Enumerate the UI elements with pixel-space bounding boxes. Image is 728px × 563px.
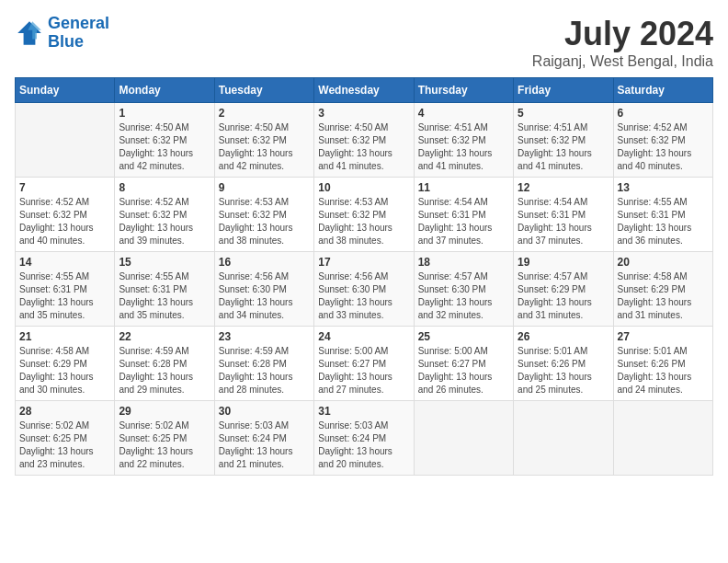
day-info: Sunrise: 5:02 AMSunset: 6:25 PMDaylight:… [19,419,110,471]
day-number: 28 [19,405,110,418]
calendar-cell: 3Sunrise: 4:50 AMSunset: 6:32 PMDaylight… [314,103,414,178]
day-info: Sunrise: 5:01 AMSunset: 6:26 PMDaylight:… [518,345,609,396]
calendar-cell: 12Sunrise: 4:54 AMSunset: 6:31 PMDayligh… [514,178,613,252]
weekday-header-monday: Monday [115,78,214,103]
calendar-cell: 28Sunrise: 5:02 AMSunset: 6:25 PMDayligh… [16,401,115,476]
calendar-week-row: 14Sunrise: 4:55 AMSunset: 6:31 PMDayligh… [16,252,713,327]
day-number: 31 [318,405,409,418]
day-info: Sunrise: 4:56 AMSunset: 6:30 PMDaylight:… [318,270,409,322]
day-info: Sunrise: 4:50 AMSunset: 6:32 PMDaylight:… [219,121,310,173]
calendar-cell: 9Sunrise: 4:53 AMSunset: 6:32 PMDaylight… [214,178,313,252]
day-info: Sunrise: 4:53 AMSunset: 6:32 PMDaylight:… [219,196,310,247]
title-block: July 2024 Raiganj, West Bengal, India [532,15,713,70]
day-info: Sunrise: 4:50 AMSunset: 6:32 PMDaylight:… [318,121,409,173]
day-number: 7 [19,181,110,194]
day-info: Sunrise: 4:52 AMSunset: 6:32 PMDaylight:… [119,196,210,247]
day-number: 18 [418,256,509,269]
day-info: Sunrise: 4:59 AMSunset: 6:28 PMDaylight:… [219,345,310,396]
day-number: 11 [418,181,509,194]
day-number: 5 [518,107,609,120]
calendar-cell: 6Sunrise: 4:52 AMSunset: 6:32 PMDaylight… [613,103,712,178]
day-number: 29 [119,405,210,418]
day-info: Sunrise: 4:52 AMSunset: 6:32 PMDaylight:… [19,196,110,247]
weekday-header-wednesday: Wednesday [314,78,414,103]
calendar-cell: 22Sunrise: 4:59 AMSunset: 6:28 PMDayligh… [115,327,214,401]
day-number: 13 [618,181,709,194]
day-info: Sunrise: 4:58 AMSunset: 6:29 PMDaylight:… [19,345,110,396]
calendar-cell: 5Sunrise: 4:51 AMSunset: 6:32 PMDaylight… [514,103,613,178]
logo-line1: General [48,14,109,32]
calendar-cell: 8Sunrise: 4:52 AMSunset: 6:32 PMDaylight… [115,178,214,252]
day-number: 23 [219,330,310,343]
logo-text: General Blue [48,15,109,52]
day-info: Sunrise: 4:50 AMSunset: 6:32 PMDaylight:… [119,121,210,173]
day-number: 16 [219,256,310,269]
day-number: 24 [318,330,409,343]
calendar-cell: 14Sunrise: 4:55 AMSunset: 6:31 PMDayligh… [16,252,115,327]
day-info: Sunrise: 4:58 AMSunset: 6:29 PMDaylight:… [618,270,709,322]
day-info: Sunrise: 4:55 AMSunset: 6:31 PMDaylight:… [19,270,110,322]
day-info: Sunrise: 4:52 AMSunset: 6:32 PMDaylight:… [618,121,709,173]
weekday-header-tuesday: Tuesday [214,78,313,103]
calendar-cell: 1Sunrise: 4:50 AMSunset: 6:32 PMDaylight… [115,103,214,178]
calendar-cell: 29Sunrise: 5:02 AMSunset: 6:25 PMDayligh… [115,401,214,476]
day-number: 26 [518,330,609,343]
calendar-cell: 10Sunrise: 4:53 AMSunset: 6:32 PMDayligh… [314,178,414,252]
day-number: 2 [219,107,310,120]
day-number: 19 [518,256,609,269]
day-number: 25 [418,330,509,343]
day-info: Sunrise: 5:02 AMSunset: 6:25 PMDaylight:… [119,419,210,471]
calendar-cell: 26Sunrise: 5:01 AMSunset: 6:26 PMDayligh… [514,327,613,401]
calendar-table: SundayMondayTuesdayWednesdayThursdayFrid… [15,77,713,476]
day-info: Sunrise: 5:03 AMSunset: 6:24 PMDaylight:… [219,419,310,471]
day-number: 4 [418,107,509,120]
day-info: Sunrise: 5:00 AMSunset: 6:27 PMDaylight:… [418,345,509,396]
day-number: 9 [219,181,310,194]
day-info: Sunrise: 4:54 AMSunset: 6:31 PMDaylight:… [518,196,609,247]
day-info: Sunrise: 4:51 AMSunset: 6:32 PMDaylight:… [418,121,509,173]
day-info: Sunrise: 5:03 AMSunset: 6:24 PMDaylight:… [318,419,409,471]
calendar-cell: 16Sunrise: 4:56 AMSunset: 6:30 PMDayligh… [214,252,313,327]
day-number: 17 [318,256,409,269]
calendar-cell: 20Sunrise: 4:58 AMSunset: 6:29 PMDayligh… [613,252,712,327]
logo-line2: Blue [48,32,84,51]
calendar-cell: 18Sunrise: 4:57 AMSunset: 6:30 PMDayligh… [414,252,513,327]
day-info: Sunrise: 4:55 AMSunset: 6:31 PMDaylight:… [119,270,210,322]
calendar-cell: 19Sunrise: 4:57 AMSunset: 6:29 PMDayligh… [514,252,613,327]
weekday-header-row: SundayMondayTuesdayWednesdayThursdayFrid… [16,78,713,103]
svg-marker-0 [17,21,41,45]
logo-icon [15,18,44,48]
day-number: 12 [518,181,609,194]
calendar-cell [613,401,712,476]
day-number: 15 [119,256,210,269]
calendar-cell: 15Sunrise: 4:55 AMSunset: 6:31 PMDayligh… [115,252,214,327]
calendar-week-row: 1Sunrise: 4:50 AMSunset: 6:32 PMDaylight… [16,103,713,178]
day-info: Sunrise: 5:00 AMSunset: 6:27 PMDaylight:… [318,345,409,396]
month-title: July 2024 [532,15,713,53]
calendar-cell: 24Sunrise: 5:00 AMSunset: 6:27 PMDayligh… [314,327,414,401]
day-number: 1 [119,107,210,120]
day-number: 10 [318,181,409,194]
day-info: Sunrise: 4:54 AMSunset: 6:31 PMDaylight:… [418,196,509,247]
day-info: Sunrise: 4:53 AMSunset: 6:32 PMDaylight:… [318,196,409,247]
calendar-cell: 13Sunrise: 4:55 AMSunset: 6:31 PMDayligh… [613,178,712,252]
calendar-cell: 17Sunrise: 4:56 AMSunset: 6:30 PMDayligh… [314,252,414,327]
logo: General Blue [15,15,109,52]
calendar-cell: 30Sunrise: 5:03 AMSunset: 6:24 PMDayligh… [214,401,313,476]
calendar-cell: 25Sunrise: 5:00 AMSunset: 6:27 PMDayligh… [414,327,513,401]
calendar-cell: 21Sunrise: 4:58 AMSunset: 6:29 PMDayligh… [16,327,115,401]
weekday-header-thursday: Thursday [414,78,513,103]
calendar-cell: 4Sunrise: 4:51 AMSunset: 6:32 PMDaylight… [414,103,513,178]
day-info: Sunrise: 4:57 AMSunset: 6:29 PMDaylight:… [518,270,609,322]
calendar-cell: 2Sunrise: 4:50 AMSunset: 6:32 PMDaylight… [214,103,313,178]
calendar-cell [514,401,613,476]
calendar-cell: 11Sunrise: 4:54 AMSunset: 6:31 PMDayligh… [414,178,513,252]
calendar-week-row: 28Sunrise: 5:02 AMSunset: 6:25 PMDayligh… [16,401,713,476]
day-number: 22 [119,330,210,343]
day-info: Sunrise: 4:57 AMSunset: 6:30 PMDaylight:… [418,270,509,322]
calendar-cell: 23Sunrise: 4:59 AMSunset: 6:28 PMDayligh… [214,327,313,401]
weekday-header-friday: Friday [514,78,613,103]
day-number: 27 [618,330,709,343]
day-number: 14 [19,256,110,269]
day-number: 8 [119,181,210,194]
